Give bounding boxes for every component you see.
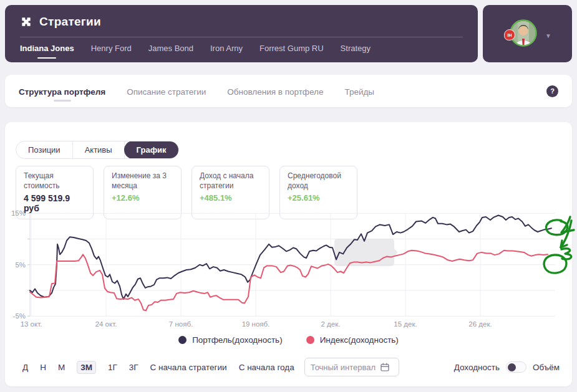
toggle-knob <box>508 363 516 371</box>
range-3-years[interactable]: 3Г <box>129 363 138 372</box>
tab-strategy[interactable]: Strategy <box>341 44 371 59</box>
svg-text:5%: 5% <box>15 261 26 269</box>
svg-text:2 дек.: 2 дек. <box>321 320 341 328</box>
annotation-ink <box>544 255 566 273</box>
tab-trades[interactable]: Трейды <box>344 77 374 105</box>
chart-canvas: 13 окт.24 окт.7 нояб.19 нояб.2 дек.15 де… <box>17 207 570 335</box>
performance-chart[interactable]: 13 окт.24 окт.7 нояб.19 нояб.2 дек.15 де… <box>17 207 570 335</box>
user-menu-card: IH ▼ <box>483 5 572 62</box>
range-month[interactable]: М <box>58 363 65 372</box>
view-positions[interactable]: Позиции <box>16 141 73 158</box>
svg-text:15%: 15% <box>11 209 26 217</box>
mode-toggle-switch[interactable] <box>506 361 526 373</box>
svg-text:13 окт.: 13 окт. <box>21 320 42 328</box>
calendar-icon <box>381 363 389 371</box>
mode-toggle-group: Доходность Объём <box>454 361 560 373</box>
range-day[interactable]: Д <box>22 363 28 372</box>
portfolio-dot-icon <box>178 336 187 344</box>
section-nav: Структура портфеля Описание стратегии Об… <box>5 75 572 107</box>
header-divider <box>20 37 463 37</box>
ih-badge: IH <box>504 29 515 41</box>
exact-interval-input[interactable] <box>311 363 381 372</box>
range-1-year[interactable]: 1Г <box>108 363 117 372</box>
exact-interval-field[interactable] <box>304 358 399 376</box>
view-chart[interactable]: График <box>124 141 179 159</box>
tab-indiana-jones[interactable]: Indiana Jones <box>20 44 74 59</box>
tab-portfolio-updates[interactable]: Обновления в портфеле <box>227 77 323 105</box>
mode-label-profitability: Доходность <box>454 363 500 372</box>
tab-henry-ford[interactable]: Henry Ford <box>91 44 132 59</box>
tab-james-bond[interactable]: James Bond <box>148 44 193 59</box>
strategy-tabs: Indiana Jones Henry Ford James Bond Iron… <box>20 44 371 59</box>
mode-label-volume: Объём <box>533 363 560 372</box>
tab-strategy-description[interactable]: Описание стратегии <box>127 77 206 105</box>
header-card: Стратегии Indiana Jones Henry Ford James… <box>5 5 478 62</box>
svg-text:15 дек.: 15 дек. <box>394 320 417 328</box>
svg-text:7 нояб.: 7 нояб. <box>169 320 193 328</box>
svg-text:19 нояб.: 19 нояб. <box>242 320 270 328</box>
user-menu-chevron-down-icon[interactable]: ▼ <box>545 32 551 39</box>
range-since-strategy-start[interactable]: С начала стратегии <box>150 363 227 372</box>
page-title: Стратегии <box>39 15 101 29</box>
tab-portfolio-structure[interactable]: Структура портфеля <box>19 77 105 105</box>
view-assets[interactable]: Активы <box>73 141 125 158</box>
range-since-year-start[interactable]: С начала года <box>239 363 294 372</box>
portfolio-structure-panel: Позиции Активы График Текущая стоимость … <box>5 122 572 386</box>
legend-portfolio[interactable]: Портфель(доходность) <box>178 335 283 345</box>
range-3-months[interactable]: 3М <box>77 361 96 374</box>
avatar[interactable]: IH <box>510 19 537 47</box>
tab-forrest-gump-ru[interactable]: Forrest Gump RU <box>259 44 324 59</box>
svg-text:26 дек.: 26 дек. <box>468 320 492 328</box>
svg-text:-5%: -5% <box>13 312 26 320</box>
svg-text:24 окт.: 24 окт. <box>95 320 117 328</box>
tab-iron-arny[interactable]: Iron Arny <box>210 44 243 59</box>
range-buttons: Д Н М 3М 1Г 3Г С начала стратегии С нача… <box>22 361 294 374</box>
help-icon[interactable]: ? <box>546 85 558 97</box>
view-switch: Позиции Активы График <box>16 141 179 159</box>
index-dot-icon <box>306 336 314 344</box>
chart-controls: Д Н М 3М 1Г 3Г С начала стратегии С нача… <box>22 358 560 376</box>
legend-index[interactable]: Индекс(доходность) <box>306 335 399 345</box>
range-week[interactable]: Н <box>40 363 46 372</box>
strategies-puzzle-icon <box>20 16 32 28</box>
chart-legend: Портфель(доходность) Индекс(доходность) <box>5 335 572 345</box>
